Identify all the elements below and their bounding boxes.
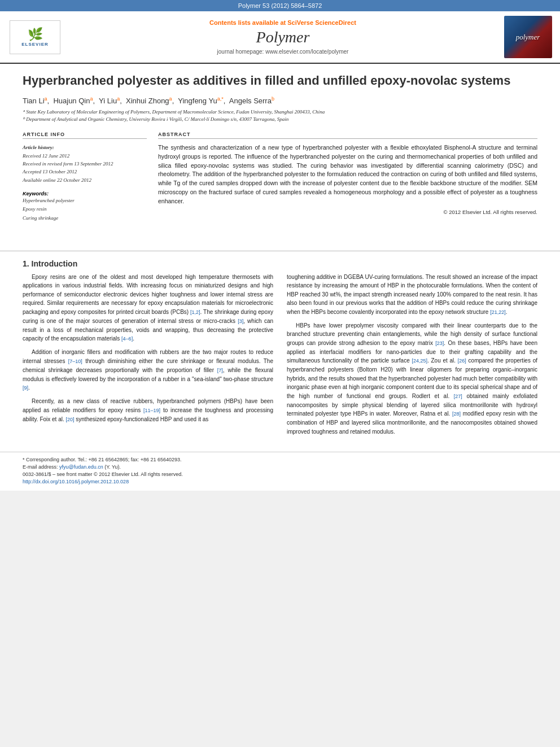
accepted-date: Accepted 13 October 2012: [23, 168, 147, 176]
intro-section-title: 1. Introduction: [23, 259, 537, 268]
journal-title: Polymer: [256, 28, 310, 46]
ref-26: [26]: [458, 358, 466, 364]
ref-3: [3]: [238, 318, 243, 324]
keyword-2: Epoxy resin: [23, 205, 147, 213]
authors-line: Tian Lia, Huajun Qina, Yi Liua, Xinhui Z…: [23, 96, 537, 105]
elsevier-wordmark: ELSEVIER: [21, 42, 49, 47]
body-left-col: Epoxy resins are one of the oldest and m…: [23, 273, 273, 440]
polymer-logo-box: polymer: [504, 16, 552, 58]
article-header-area: Hyperbranched polyester as additives in …: [0, 64, 560, 243]
email-attribution: (Y. Yu).: [103, 464, 121, 470]
keyword-1: Hyperbranched polyester: [23, 196, 147, 205]
intro-para-right-1: toughening additive in DGEBA UV-curing f…: [287, 273, 537, 317]
intro-para-3: Recently, as a new class of reactive rub…: [23, 397, 273, 423]
email-link[interactable]: yfyu@fudan.edu.cn: [59, 464, 103, 470]
author-yingfeng-yu: Yingfeng Yu: [178, 97, 217, 105]
doi-link[interactable]: http://dx.doi.org/10.1016/j.polymer.2012…: [23, 479, 129, 484]
ref-4-6: [4–6]: [121, 336, 133, 342]
received-revised: Received in revised form 13 September 20…: [23, 160, 147, 168]
elsevier-tree-icon: 🌿: [28, 27, 43, 42]
journal-header: 🌿 ELSEVIER Contents lists available at S…: [0, 11, 560, 64]
article-info-abstract: ARTICLE INFO Article history: Received 1…: [23, 132, 537, 222]
ref-20: [20]: [66, 417, 75, 422]
keywords-label: Keywords:: [23, 191, 147, 196]
author-huajun-qin: Huajun Qin: [53, 97, 90, 105]
ref-28: [28]: [452, 411, 461, 417]
journal-center-info: Contents lists available at SciVerse Sci…: [68, 16, 498, 58]
ref-21-22: [21,22]: [490, 309, 506, 315]
ref-11-19: [11–19]: [143, 408, 160, 413]
issn-line: 0032-3861/$ – see front matter © 2012 El…: [23, 471, 537, 477]
abstract-paragraph: The synthesis and characterization of a …: [158, 143, 537, 206]
ref-27: [27]: [454, 394, 462, 399]
ref-7: [7]: [217, 368, 223, 373]
ref-9: [9]: [23, 385, 28, 391]
body-two-columns: Epoxy resins are one of the oldest and m…: [23, 273, 537, 440]
sciverse-info: Contents lists available at SciVerse Sci…: [209, 19, 356, 26]
keyword-3: Curing shrinkage: [23, 214, 147, 222]
email-note: E-mail address: yfyu@fudan.edu.cn (Y. Yu…: [23, 464, 537, 470]
article-info-col: ARTICLE INFO Article history: Received 1…: [23, 132, 147, 222]
article-title: Hyperbranched polyester as additives in …: [23, 73, 537, 89]
received-date: Received 12 June 2012: [23, 152, 147, 160]
page: Polymer 53 (2012) 5864–5872 🌿 ELSEVIER C…: [0, 0, 560, 491]
footnote-area: * Corresponding author. Tel.: +86 21 656…: [0, 452, 560, 491]
elsevier-logo: 🌿 ELSEVIER: [10, 20, 60, 54]
journal-citation-bar: Polymer 53 (2012) 5864–5872: [0, 0, 560, 11]
ref-23: [23]: [435, 340, 444, 346]
affiliation-b: ᵇ Department of Analytical and Organic C…: [23, 116, 537, 123]
journal-citation: Polymer 53 (2012) 5864–5872: [238, 2, 322, 9]
article-info-block: Article history: Received 12 June 2012 R…: [23, 143, 147, 184]
contents-available-text: Contents lists available at: [209, 19, 287, 26]
polymer-logo-area: polymer: [502, 16, 553, 58]
section-divider: [0, 251, 560, 251]
ref-1-2: [1,2]: [190, 309, 200, 315]
author-xinhui-zhong: Xinhui Zhong: [126, 97, 169, 105]
intro-para-1: Epoxy resins are one of the oldest and m…: [23, 273, 273, 343]
available-online: Available online 22 October 2012: [23, 176, 147, 184]
affiliation-a: ᵃ State Key Laboratory of Molecular Engi…: [23, 108, 537, 116]
sciverse-link-text[interactable]: SciVerse ScienceDirect: [287, 19, 356, 26]
keywords-block: Keywords: Hyperbranched polyester Epoxy …: [23, 191, 147, 222]
abstract-label: ABSTRACT: [158, 132, 537, 139]
email-label: E-mail address:: [23, 464, 59, 470]
abstract-col: ABSTRACT The synthesis and characterizat…: [158, 132, 537, 222]
polymer-logo-text: polymer: [516, 33, 540, 42]
main-body: 1. Introduction Epoxy resins are one of …: [0, 259, 560, 452]
author-tian-li: Tian Li: [23, 97, 45, 105]
abstract-text: The synthesis and characterization of a …: [158, 143, 537, 206]
author-angels-serra: Angels Serra: [229, 97, 272, 105]
article-info-label: ARTICLE INFO: [23, 132, 147, 139]
affiliations: ᵃ State Key Laboratory of Molecular Engi…: [23, 108, 537, 123]
elsevier-logo-area: 🌿 ELSEVIER: [7, 16, 63, 58]
ref-7-10: [7–10]: [68, 359, 82, 364]
intro-para-right-2: HBPs have lower prepolymer viscosity com…: [287, 321, 537, 436]
author-yi-liu: Yi Liu: [99, 97, 117, 105]
ref-24-25: [24,25]: [412, 358, 427, 364]
doi-line: http://dx.doi.org/10.1016/j.polymer.2012…: [23, 479, 537, 484]
body-right-col: toughening additive in DGEBA UV-curing f…: [287, 273, 537, 440]
history-label: Article history:: [23, 143, 147, 151]
corresponding-author-note: * Corresponding author. Tel.: +86 21 656…: [23, 457, 537, 462]
copyright-notice: © 2012 Elsevier Ltd. All rights reserved…: [158, 209, 537, 215]
journal-homepage: journal homepage: www.elsevier.com/locat…: [217, 49, 349, 55]
intro-para-2: Addition of inorganic fillers and modifi…: [23, 348, 273, 392]
